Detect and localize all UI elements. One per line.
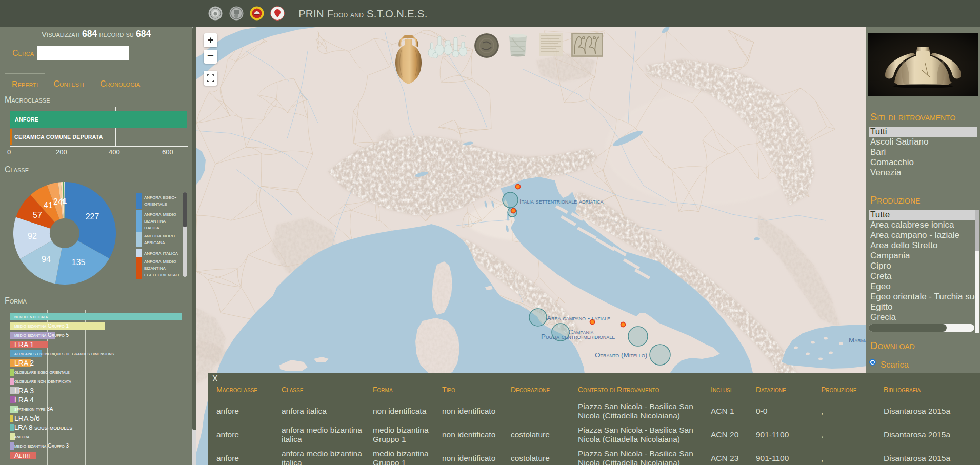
svg-text:Area campano - laziale: Area campano - laziale bbox=[547, 314, 610, 322]
svg-text:41: 41 bbox=[44, 201, 53, 210]
svg-text:92: 92 bbox=[28, 232, 37, 240]
svg-text:227: 227 bbox=[86, 212, 99, 221]
svg-text:Puglia centro-meridionale: Puglia centro-meridionale bbox=[541, 333, 615, 340]
svg-text:94: 94 bbox=[42, 255, 51, 264]
svg-text:Otranto (Mitello): Otranto (Mitello) bbox=[595, 351, 647, 359]
svg-text:57: 57 bbox=[33, 211, 42, 219]
svg-text:1: 1 bbox=[63, 196, 67, 205]
svg-text:135: 135 bbox=[72, 258, 86, 267]
svg-text:Italia settentrionale adriatic: Italia settentrionale adriatica bbox=[519, 197, 603, 205]
